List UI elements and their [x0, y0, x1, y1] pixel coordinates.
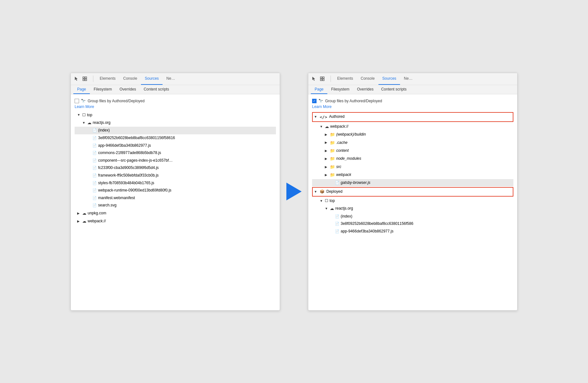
tab-console-right[interactable]: Console	[357, 73, 378, 85]
folder-icon-top: ☐	[82, 112, 86, 119]
subtab-content-scripts-left[interactable]: Content scripts	[140, 85, 173, 94]
tab-sources-left[interactable]: Sources	[141, 73, 163, 85]
folder-icon-webpack: 📁	[330, 171, 335, 178]
subtab-filesystem-right[interactable]: Filesystem	[327, 85, 353, 94]
subtab-overrides-left[interactable]: Overrides	[116, 85, 140, 94]
tree-item-unpkg[interactable]: ▶ ☁ unpkg.com	[75, 209, 276, 217]
tab-elements-left[interactable]: Elements	[96, 73, 119, 85]
file-icon-gatsby: 📄	[335, 180, 339, 186]
tree-item-webpack-authored[interactable]: ▼ ☁ webpack://	[312, 123, 513, 131]
tree-label-file2-deployed: app-9466def3ba340b862977.js	[341, 228, 393, 235]
tree-label-file1: 3e8f09252b6028beb8baf8cc63801156f58616	[98, 135, 175, 142]
tree-item-file4[interactable]: 📄 component---src-pages-index-js-e1c657b…	[75, 157, 276, 165]
tree-item-reactjs-deployed[interactable]: ▼ ☁ reactjs.org	[312, 205, 513, 212]
left-toolbar-tabs: Elements Console Sources Ne…	[96, 73, 179, 85]
learn-more-left[interactable]: Learn More	[75, 104, 276, 111]
deployed-section-header[interactable]: ▼ 📦 Deployed	[312, 187, 513, 197]
tree-item-reactjs[interactable]: ▼ ☁ reactjs.org	[75, 119, 276, 127]
tree-label-file10: search.svg	[98, 202, 117, 209]
tree-label-index-left: (index)	[98, 127, 110, 134]
tree-label-file1-deployed: 3e8f09252b6028beb8baf8cc63801156f586	[341, 220, 413, 227]
tree-item-cache[interactable]: ▶ 📁 .cache	[312, 139, 513, 147]
group-files-checkbox-right[interactable]	[312, 99, 317, 103]
file-icon-6: 📄	[92, 172, 97, 179]
tree-item-file5[interactable]: 📄 fc233f00-cba3d9005c3896f6d5d4.js	[75, 164, 276, 172]
file-icon-2-deployed: 📄	[335, 228, 339, 235]
tree-item-webpack-folder[interactable]: ▶ 📁 webpack	[312, 171, 513, 179]
tree-item-src[interactable]: ▶ 📁 src	[312, 163, 513, 171]
subtab-overrides-right[interactable]: Overrides	[353, 85, 377, 94]
tree-item-file8[interactable]: 📄 webpack-runtime-090f00ed13bd69fd80f0.j…	[75, 187, 276, 194]
inspect-icon-right[interactable]	[319, 76, 325, 82]
tree-item-top[interactable]: ▼ ☐ top	[75, 111, 276, 119]
tree-label-file2: app-9466def3ba340b862977.js	[98, 142, 151, 149]
cursor-icon-right[interactable]	[311, 76, 317, 82]
right-toolbar-icons	[311, 76, 325, 82]
tree-item-file7[interactable]: 📄 styles-fb708593b484b04b1765.js	[75, 179, 276, 187]
arrow-content: ▶	[325, 148, 329, 154]
authored-section-header[interactable]: ▼ </> Authored	[312, 112, 513, 122]
file-icon-index: 📄	[92, 127, 97, 134]
tree-item-gatsby-browser[interactable]: 📄 gatsby-browser.js	[312, 179, 513, 187]
svg-rect-2	[83, 79, 84, 81]
left-toolbar: Elements Console Sources Ne…	[71, 73, 280, 85]
learn-more-right[interactable]: Learn More	[312, 104, 513, 111]
tree-label-file7: styles-fb708593b484b04b1765.js	[98, 180, 154, 187]
tree-item-file9[interactable]: 📄 manifest.webmanifest	[75, 194, 276, 202]
tree-item-content[interactable]: ▶ 📁 content	[312, 147, 513, 155]
subtab-filesystem-left[interactable]: Filesystem	[90, 85, 116, 94]
tree-item-index-left[interactable]: 📄 (index)	[75, 127, 276, 134]
tree-item-file10[interactable]: 📄 search.svg	[75, 202, 276, 209]
funnel-icon-left: 🔭	[81, 99, 86, 103]
tree-item-file1-deployed[interactable]: 📄 3e8f09252b6028beb8baf8cc63801156f586	[312, 220, 513, 228]
file-icon-index-deployed: 📄	[335, 213, 339, 220]
tree-label-buildin: (webpack)/buildin	[336, 131, 366, 138]
left-toolbar-icons	[73, 76, 88, 82]
left-sub-tabs: Page Filesystem Overrides Content script…	[71, 85, 280, 94]
tab-console-left[interactable]: Console	[119, 73, 141, 85]
tab-elements-right[interactable]: Elements	[333, 73, 357, 85]
right-tree: ▼ </> Authored ▼ ☁ webpack:// ▶ 📁 (webpa…	[312, 112, 513, 235]
tab-sources-right[interactable]: Sources	[378, 73, 400, 85]
tab-network-left[interactable]: Ne…	[163, 73, 179, 85]
tree-label-node-modules: node_modules	[336, 155, 361, 162]
tree-item-top-deployed[interactable]: ▼ ☐ top	[312, 197, 513, 205]
tree-label-top: top	[87, 112, 92, 119]
arrow-cache: ▶	[325, 140, 329, 145]
file-icon-10: 📄	[92, 202, 97, 209]
subtab-page-right[interactable]: Page	[311, 85, 327, 94]
tree-item-file3[interactable]: 📄 commons-21f8977ade868b5bdb78.js	[75, 149, 276, 157]
arrow-buildin: ▶	[325, 132, 329, 138]
tree-item-webpack-left[interactable]: ▶ ☁ webpack://	[75, 217, 276, 225]
tree-label-webpack-left: webpack://	[88, 218, 106, 225]
arrow-unpkg: ▶	[77, 211, 81, 216]
file-icon-3: 📄	[92, 150, 97, 156]
left-content: 🔭 Group files by Authored/Deployed Learn…	[71, 94, 280, 310]
tree-label-file5: fc233f00-cba3d9005c3896f6d5d4.js	[98, 165, 159, 171]
tree-item-buildin[interactable]: ▶ 📁 (webpack)/buildin	[312, 131, 513, 138]
group-files-checkbox-left[interactable]	[75, 99, 79, 103]
tree-item-file6[interactable]: 📄 framework-ff9c508ebfda0f33cb0b.js	[75, 172, 276, 179]
tree-item-node-modules[interactable]: ▶ 📁 node_modules	[312, 155, 513, 163]
inspect-icon[interactable]	[82, 76, 88, 82]
tree-item-index-deployed[interactable]: 📄 (index)	[312, 213, 513, 220]
tree-item-file1[interactable]: 📄 3e8f09252b6028beb8baf8cc63801156f58616	[75, 134, 276, 142]
tree-item-file2-deployed[interactable]: 📄 app-9466def3ba340b862977.js	[312, 228, 513, 235]
blue-arrow-icon	[286, 183, 302, 200]
tree-item-file2[interactable]: 📄 app-9466def3ba340b862977.js	[75, 142, 276, 150]
subtab-page-left[interactable]: Page	[73, 85, 90, 94]
cursor-icon[interactable]	[73, 76, 80, 82]
file-icon-1: 📄	[92, 135, 97, 141]
subtab-content-scripts-right[interactable]: Content scripts	[377, 85, 410, 94]
tree-label-unpkg: unpkg.com	[88, 210, 106, 217]
folder-icon-src: 📁	[330, 163, 335, 171]
group-files-label-left: Group files by Authored/Deployed	[88, 99, 144, 103]
folder-icon-node-modules: 📁	[330, 155, 335, 162]
arrow-reactjs: ▼	[82, 120, 86, 126]
arrow-webpack-folder: ▶	[325, 172, 329, 178]
tree-label-index-deployed: (index)	[341, 213, 352, 220]
tab-network-right[interactable]: Ne…	[400, 73, 416, 85]
file-icon-4: 📄	[92, 158, 97, 164]
screenshot-container: Elements Console Sources Ne… Page Filesy…	[70, 73, 518, 311]
tree-label-cache: .cache	[336, 139, 347, 146]
